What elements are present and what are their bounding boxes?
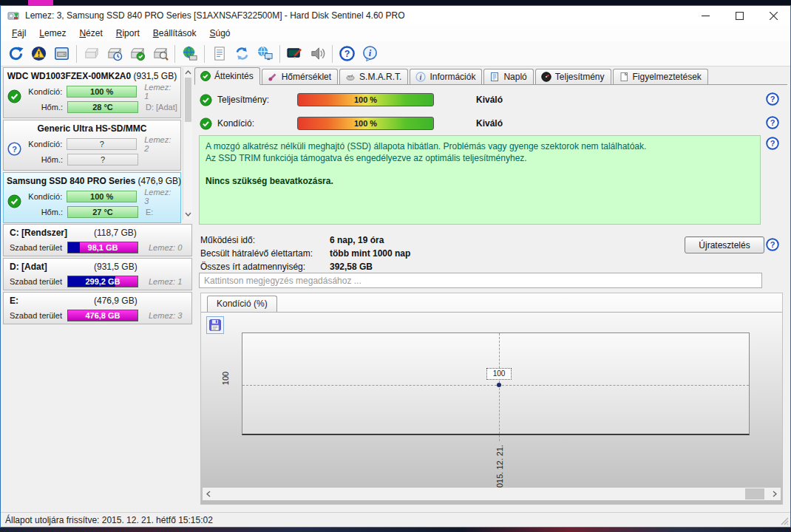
save-chart-button[interactable]: [206, 316, 224, 334]
disk-list-scrollbar[interactable]: [183, 67, 192, 219]
comment-input[interactable]: [199, 273, 762, 288]
scroll-left-icon[interactable]: [203, 488, 214, 500]
check-icon: [200, 71, 211, 81]
title-bar[interactable]: Lemez: 3, Samsung SSD 840 PRO Series [S1…: [1, 6, 790, 25]
partition-item-e[interactable]: E: (476,9 GB) Szabad terület 476,8 GB Le…: [3, 292, 192, 324]
disk-disabled-icon: [80, 44, 103, 64]
drive-letter: E:: [146, 208, 153, 216]
tab-smart[interactable]: S.M.A.R.T.: [339, 69, 408, 84]
temperature-bar: ?: [67, 154, 138, 166]
menu-settings[interactable]: Beállítások: [146, 26, 203, 41]
ok-icon: [7, 194, 21, 208]
minimize-button[interactable]: [688, 6, 722, 25]
help-icon[interactable]: ?: [336, 44, 359, 64]
menu-help[interactable]: Súgó: [203, 26, 237, 41]
window-title: Lemez: 3, Samsung SSD 840 PRO Series [S1…: [25, 10, 405, 21]
temperature-label: Hőm.:: [7, 103, 63, 112]
menu-disk[interactable]: Lemez: [33, 26, 72, 41]
stat-value: több mint 1000 nap: [330, 248, 410, 259]
disk-name: WDC WD1003FZEX-00MK2A0: [7, 71, 131, 81]
disk-number: Lemez: 0: [149, 243, 182, 252]
partition-capacity: (118,7 GB): [94, 228, 137, 238]
tab-information[interactable]: i Információk: [410, 69, 482, 84]
disk-sidebar: WDC WD1003FZEX-00MK2A0 (931,5 GB) Kondíc…: [3, 67, 192, 511]
disk-item-generic[interactable]: Generic Ultra HS-SD/MMC ? Kondíció: ? Le…: [3, 120, 181, 171]
scroll-down-icon[interactable]: [183, 210, 192, 219]
svg-text:i: i: [420, 72, 422, 81]
warnings-page-icon: [619, 72, 629, 82]
resize-grip-icon[interactable]: [780, 516, 789, 525]
menu-report[interactable]: Riport: [109, 26, 146, 41]
temperature-label: Hőm.:: [7, 155, 63, 164]
help-icon[interactable]: ?: [766, 137, 779, 150]
data-point-label: 100: [486, 368, 512, 380]
app-window: Lemez: 3, Samsung SSD 840 PRO Series [S1…: [0, 5, 791, 528]
tab-performance[interactable]: Teljesítmény: [535, 69, 611, 84]
tab-overview[interactable]: Áttekintés: [194, 67, 260, 85]
alerts-icon[interactable]: [27, 44, 50, 64]
data-point: [497, 383, 501, 387]
status-text-action: Nincs szükség beavatkozásra.: [206, 176, 754, 186]
disk-name: Generic Ultra HS-SD/MMC: [37, 123, 146, 134]
svg-text:?: ?: [344, 49, 350, 59]
scroll-right-icon[interactable]: [769, 488, 781, 500]
menu-file[interactable]: Fájl: [5, 26, 33, 41]
scrollbar-thumb[interactable]: [745, 488, 764, 499]
disk-capacity: (931,5 GB): [134, 71, 177, 81]
disk-search-icon[interactable]: [149, 44, 172, 64]
performance-icon: [541, 72, 551, 82]
stat-label: Becsült hátralévő élettartam:: [200, 248, 330, 259]
stat-value: 392,58 GB: [330, 262, 373, 272]
network-icon[interactable]: [254, 44, 276, 64]
partition-list: C: [Rendszer] (118,7 GB) Szabad terület …: [3, 224, 192, 326]
report-icon[interactable]: [208, 44, 231, 64]
free-space-value: 476,8 GB: [68, 311, 138, 320]
partition-item-d[interactable]: D: [Adat] (931,5 GB) Szabad terület 299,…: [3, 258, 192, 290]
retest-button[interactable]: Újratesztelés: [685, 236, 764, 253]
close-button[interactable]: [756, 6, 790, 25]
status-bar: Állapot utoljára frissítve: 2015. 12. 21…: [1, 512, 790, 527]
free-space-value: 98,1 GB: [68, 243, 138, 252]
disk-item-samsung-selected[interactable]: Samsung SSD 840 PRO Series (476,9 GB) Ko…: [3, 172, 181, 223]
tab-log[interactable]: Napló: [483, 69, 533, 84]
sound-icon[interactable]: [306, 44, 329, 64]
tab-temperature[interactable]: Hőmérséklet: [262, 69, 338, 84]
log-icon: [489, 72, 500, 82]
disk-item-wdc[interactable]: WDC WD1003FZEX-00MK2A0 (931,5 GB) Kondíc…: [3, 67, 181, 118]
desktop-fragment: [28, 0, 53, 5]
svg-text:i: i: [369, 48, 372, 58]
chart-scrollbar[interactable]: [203, 488, 781, 500]
disk-name: Samsung SSD 840 PRO Series: [7, 176, 135, 186]
partition-capacity: (931,5 GB): [94, 262, 138, 272]
disk-number: Lemez: 1: [149, 277, 182, 286]
condition-label: Kondíció:: [217, 118, 297, 129]
desktop-bottom-strip: [0, 527, 791, 532]
condition-history-panel: Kondíció (%) 100 100 2015. 12. 21.: [200, 293, 783, 505]
surface-test-icon[interactable]: [283, 44, 306, 64]
world-disk-icon[interactable]: [178, 44, 201, 64]
free-space-label: Szabad terület: [10, 243, 62, 252]
help-icon[interactable]: ?: [766, 238, 779, 251]
gridline-date: [499, 333, 500, 441]
save-icon: [208, 318, 222, 332]
partition-item-c[interactable]: C: [Rendszer] (118,7 GB) Szabad terület …: [3, 224, 192, 256]
scroll-up-icon[interactable]: [183, 68, 192, 77]
help-icon[interactable]: ?: [766, 116, 779, 129]
disk-number: Lemez: 2: [144, 135, 177, 153]
partition-capacity: (476,9 GB): [94, 296, 138, 306]
info-icon[interactable]: i: [359, 44, 381, 64]
tab-warnings[interactable]: Figyelmeztetések: [613, 69, 708, 84]
refresh-icon[interactable]: [4, 44, 27, 64]
status-text-line: A mozgó alkatrész nélküli meghajtó (SSD)…: [206, 140, 754, 152]
menu-view[interactable]: Nézet: [72, 26, 109, 41]
help-icon[interactable]: ?: [766, 92, 779, 106]
chart-tab-condition[interactable]: Kondíció (%): [207, 296, 277, 312]
disk-view-icon[interactable]: [50, 44, 73, 64]
information-icon: i: [415, 72, 426, 82]
disk-clock-icon[interactable]: [103, 44, 126, 64]
disk-accept-icon[interactable]: [126, 44, 149, 64]
maximize-button[interactable]: [722, 6, 756, 25]
scrollbar-thumb[interactable]: [185, 78, 191, 122]
sync-icon[interactable]: [231, 44, 254, 64]
free-space-label: Szabad terület: [10, 277, 62, 286]
